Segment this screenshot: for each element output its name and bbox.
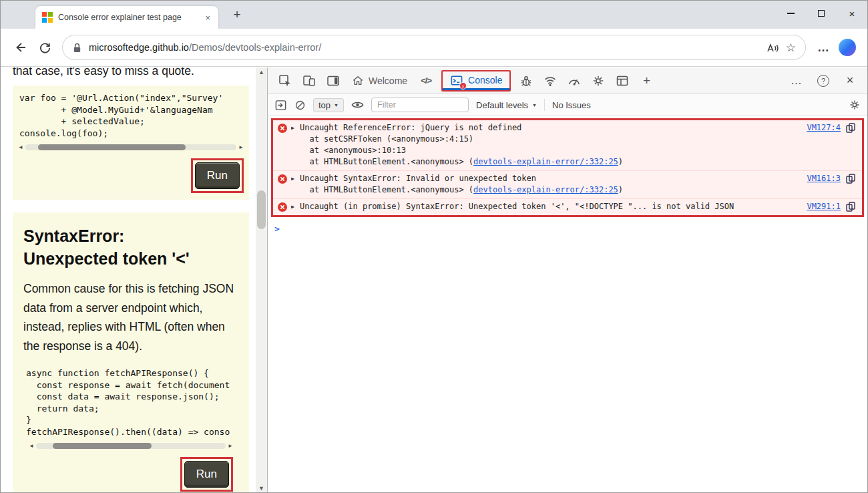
inspect-icon[interactable]	[276, 71, 294, 90]
memory-icon[interactable]	[589, 71, 608, 90]
expand-triangle-icon[interactable]: ▶	[291, 173, 294, 184]
chevron-down-icon: ▼	[334, 103, 339, 108]
source-location-link[interactable]: VM161:3	[807, 173, 841, 184]
issues-counter[interactable]: No Issues	[552, 100, 591, 110]
scrollbar-thumb[interactable]	[38, 144, 186, 150]
scroll-right-icon[interactable]: ►	[228, 444, 233, 449]
run-button-2[interactable]: Run	[184, 461, 229, 488]
device-emulation-icon[interactable]	[300, 71, 318, 90]
source-location-link[interactable]: VM291:1	[807, 201, 841, 212]
scroll-right-icon[interactable]: ►	[238, 145, 244, 150]
tab-close-icon[interactable]: ×	[204, 13, 212, 23]
expand-triangle-icon[interactable]: ▶	[291, 122, 294, 134]
annotation-box-console-tab: × Console	[441, 70, 511, 92]
error-icon	[278, 174, 287, 184]
lock-icon[interactable]	[72, 42, 82, 53]
expand-triangle-icon[interactable]: ▶	[291, 201, 294, 212]
page-vertical-scrollbar[interactable]: ▲ ▼	[256, 67, 267, 493]
browser-tab[interactable]: Console error explainer test page ×	[35, 6, 218, 29]
console-error-row: ▶Uncaught (in promise) SyntaxError: Unex…	[273, 198, 862, 215]
chevron-down-icon: ▼	[532, 103, 537, 108]
settings-menu-button[interactable]: …	[811, 35, 835, 59]
read-aloud-icon[interactable]	[767, 42, 779, 53]
annotation-box-run-2: Run	[180, 457, 233, 492]
copilot-button[interactable]	[835, 35, 859, 59]
error-icon	[278, 202, 287, 212]
scrollbar-thumb[interactable]	[53, 443, 152, 449]
copy-icon[interactable]	[846, 202, 855, 212]
microsoft-logo-icon	[42, 12, 53, 23]
copy-icon[interactable]	[846, 174, 855, 184]
address-bar[interactable]: microsoftedge.github.io/Demos/devtools-e…	[62, 35, 806, 60]
console-prompt-row[interactable]: >	[268, 217, 867, 234]
live-expression-eye-icon[interactable]	[351, 100, 364, 110]
scroll-left-icon[interactable]: ◄	[29, 444, 34, 449]
browser-navbar: microsoftedge.github.io/Demos/devtools-e…	[1, 29, 867, 67]
error-message-line: at HTMLButtonElement.<anonymous> (devtoo…	[300, 156, 797, 168]
intro-text: that case, it's easy to miss a quote.	[13, 67, 256, 78]
scroll-up-icon[interactable]: ▲	[258, 69, 264, 75]
devtools-close-icon[interactable]: ×	[841, 71, 859, 90]
maximize-button[interactable]	[806, 1, 837, 26]
browser-window: Console error explainer test page × + × …	[0, 0, 868, 493]
debugger-icon[interactable]	[517, 71, 535, 90]
scroll-left-icon[interactable]: ◄	[18, 145, 23, 150]
error-message-text: ▶Uncaught ReferenceError: jQuery is not …	[291, 122, 797, 168]
network-icon[interactable]	[541, 71, 560, 90]
help-icon[interactable]: ?	[814, 71, 833, 90]
console-error-row: ▶Uncaught SyntaxError: Invalid or unexpe…	[273, 170, 862, 198]
annotation-box-run-1: Run	[191, 158, 244, 193]
scrollbar-thumb[interactable]	[257, 190, 266, 229]
devtools-menu-icon[interactable]: …	[787, 71, 806, 90]
context-selector[interactable]: top ▼	[313, 98, 344, 112]
refresh-button[interactable]	[33, 35, 57, 59]
section-heading: SyntaxError: Unexpected token '<'	[23, 224, 238, 270]
error-count-badge: ×	[459, 82, 467, 90]
filter-input[interactable]	[371, 98, 469, 112]
url-text: microsoftedge.github.io/Demos/devtools-e…	[89, 42, 760, 53]
dock-panel-icon[interactable]	[324, 71, 343, 90]
stack-frame-link[interactable]: devtools-explain-error/:332:25	[473, 185, 618, 194]
error-message-text: ▶Uncaught SyntaxError: Invalid or unexpe…	[291, 173, 797, 196]
new-tab-button[interactable]: +	[229, 7, 245, 23]
application-icon[interactable]	[613, 71, 632, 90]
console-sidebar-icon[interactable]	[274, 99, 287, 112]
home-icon	[352, 75, 364, 87]
error-message-line: ▶Uncaught (in promise) SyntaxError: Unex…	[300, 201, 797, 212]
run-button-1[interactable]: Run	[195, 162, 240, 189]
code-block-2: async function fetchAPIResponse() { cons…	[23, 365, 238, 440]
stack-frame-link[interactable]: devtools-explain-error/:332:25	[473, 157, 618, 166]
console-error-row: ▶Uncaught ReferenceError: jQuery is not …	[273, 120, 862, 170]
tab-console[interactable]: × Console	[443, 71, 509, 90]
source-location-link[interactable]: VM127:4	[807, 122, 841, 134]
console-settings-gear-icon[interactable]	[849, 99, 861, 111]
browser-titlebar: Console error explainer test page × + ×	[1, 1, 867, 29]
tab-title: Console error explainer test page	[58, 13, 198, 22]
favorites-star-icon[interactable]: ☆	[786, 41, 796, 55]
annotation-box-errors: ▶Uncaught ReferenceError: jQuery is not …	[271, 118, 864, 217]
code-section-1: var foo = '@Url.Action("index","Survey' …	[13, 86, 249, 200]
performance-icon[interactable]	[565, 71, 584, 90]
code-1-horizontal-scrollbar[interactable]: ◄ ►	[18, 143, 244, 152]
more-tools-icon[interactable]: +	[637, 71, 656, 90]
log-levels-dropdown[interactable]: Default levels ▼	[476, 100, 537, 110]
tab-elements[interactable]: </>	[417, 71, 435, 90]
error-message-line: ▶Uncaught SyntaxError: Invalid or unexpe…	[300, 173, 797, 184]
copy-icon[interactable]	[846, 123, 855, 133]
devtools-panel: Welcome </> × Console	[267, 67, 867, 492]
minimize-button[interactable]	[775, 1, 806, 26]
tab-welcome[interactable]: Welcome	[345, 67, 414, 94]
error-message-line: ▶Uncaught ReferenceError: jQuery is not …	[300, 122, 797, 134]
error-message-line: at <anonymous>:10:13	[300, 145, 797, 156]
code-section-2: SyntaxError: Unexpected token '<' Common…	[13, 212, 249, 493]
devtools-tabbar: Welcome </> × Console	[268, 67, 867, 94]
clear-console-icon[interactable]	[294, 100, 306, 111]
console-messages: ▶Uncaught ReferenceError: jQuery is not …	[273, 120, 862, 215]
error-message-text: ▶Uncaught (in promise) SyntaxError: Unex…	[291, 201, 797, 212]
scroll-down-icon[interactable]: ▼	[258, 486, 264, 492]
code-block-1: var foo = '@Url.Action("index","Survey' …	[13, 87, 249, 142]
close-button[interactable]: ×	[837, 1, 867, 26]
section-body: Common cause for this is fetching JSON d…	[23, 279, 238, 355]
code-2-horizontal-scrollbar[interactable]: ◄ ►	[29, 442, 233, 450]
back-button[interactable]	[9, 35, 33, 59]
